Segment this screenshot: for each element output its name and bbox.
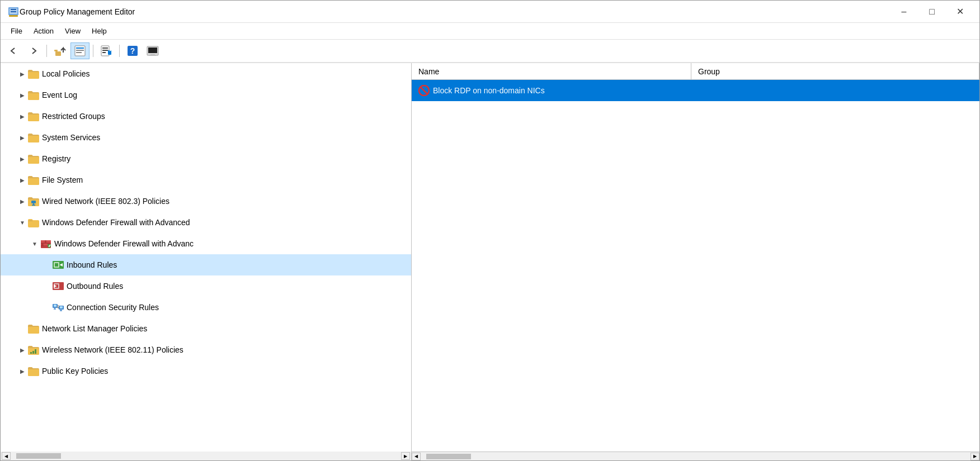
menu-help[interactable]: Help [86, 25, 112, 37]
tree-item-public-key-policies[interactable]: ▶ Public Key Policies [1, 360, 411, 382]
hscroll-thumb[interactable] [16, 453, 61, 459]
tree-item-wireless-network[interactable]: ▶ Wireless Network (IEEE 802.11) Policie… [1, 339, 411, 360]
folder-icon-registry [27, 153, 40, 165]
up-button[interactable] [50, 42, 69, 59]
label-file-system: File System [42, 175, 83, 184]
expander-wired-network[interactable]: ▶ [17, 196, 27, 206]
export-button[interactable] [97, 42, 116, 59]
properties-button[interactable] [70, 42, 89, 59]
expander-event-log[interactable]: ▶ [17, 90, 27, 100]
right-hscroll-thumb[interactable] [426, 454, 471, 459]
svg-rect-20 [150, 54, 155, 55]
forward-button[interactable] [24, 42, 43, 59]
right-hscroll[interactable]: ◀ ▶ [412, 452, 979, 460]
svg-rect-13 [102, 50, 108, 51]
svg-rect-53 [32, 351, 34, 354]
menu-bar: File Action View Help [1, 23, 979, 40]
hscroll-track [11, 453, 401, 459]
icon-inbound-rules [52, 259, 64, 271]
expander-restricted-groups[interactable]: ▶ [17, 111, 27, 121]
right-hscroll-right-arrow[interactable]: ▶ [970, 453, 979, 460]
tree-item-network-list-manager[interactable]: ▶ Network List Manager Policies [1, 318, 411, 339]
tree-item-restricted-groups[interactable]: ▶ Restricted Groups [1, 106, 411, 127]
tree-item-registry[interactable]: ▶ Registry [1, 148, 411, 169]
folder-icon-public-key-policies [27, 365, 40, 377]
tree-item-connection-security-rules[interactable]: ▶ [1, 297, 411, 318]
label-registry: Registry [42, 154, 70, 163]
svg-rect-3 [11, 9, 16, 10]
icon-outbound-rules [52, 280, 64, 292]
tree-item-outbound-rules[interactable]: ▶ Outbound Rules [1, 275, 411, 297]
svg-point-50 [58, 306, 59, 307]
label-windows-defender-sub: Windows Defender Firewall with Advanc [54, 239, 194, 248]
label-windows-defender: Windows Defender Firewall with Advanced [42, 218, 190, 227]
label-public-key-policies: Public Key Policies [42, 367, 108, 376]
menu-view[interactable]: View [59, 25, 86, 37]
title-bar: Group Policy Management Editor – □ ✕ [1, 1, 979, 23]
col-header-name: Name [412, 63, 691, 79]
folder-icon-network-list-manager [27, 322, 40, 335]
expander-registry[interactable]: ▶ [17, 154, 27, 164]
maximize-button[interactable]: □ [919, 3, 945, 20]
right-hscroll-left-arrow[interactable]: ◀ [412, 453, 421, 460]
toolbar-separator-1 [46, 45, 47, 57]
help-button[interactable]: ? [123, 42, 142, 59]
console-button[interactable] [143, 42, 162, 59]
close-button[interactable]: ✕ [947, 3, 973, 20]
tree-item-inbound-rules[interactable]: ▶ Inbound Rules [1, 254, 411, 275]
svg-rect-51 [58, 307, 59, 308]
tree-pane: ▶ Local Policies ▶ [1, 63, 412, 460]
svg-text:?: ? [130, 46, 135, 55]
col-header-group: Group [691, 63, 979, 79]
toolbar-separator-3 [119, 45, 120, 57]
tree-item-local-policies[interactable]: ▶ Local Policies [1, 63, 411, 84]
tree-item-windows-defender[interactable]: ▼ Windows Defender Firewall with Advance… [1, 212, 411, 233]
svg-rect-43 [54, 305, 56, 307]
svg-rect-12 [102, 47, 108, 49]
right-cell-name-block-rdp: Block RDP on non-domain NICs [412, 83, 691, 98]
main-window: Group Policy Management Editor – □ ✕ Fil… [0, 0, 980, 461]
tree-hscroll[interactable]: ◀ ▶ [1, 452, 412, 460]
hscroll-right-arrow[interactable]: ▶ [401, 452, 410, 460]
svg-rect-36 [55, 263, 58, 267]
folder-icon-restricted-groups [27, 110, 40, 122]
expander-windows-defender-sub[interactable]: ▼ [30, 239, 40, 249]
menu-file[interactable]: File [5, 25, 28, 37]
svg-rect-27 [46, 240, 51, 243]
label-network-list-manager: Network List Manager Policies [42, 324, 147, 333]
folder-icon-event-log [27, 89, 40, 101]
svg-rect-21 [149, 55, 156, 56]
svg-rect-6 [54, 50, 58, 51]
right-content[interactable]: Block RDP on non-domain NICs [412, 80, 979, 452]
right-row-block-rdp[interactable]: Block RDP on non-domain NICs [412, 80, 979, 101]
svg-rect-22 [31, 201, 36, 203]
expander-file-system[interactable]: ▶ [17, 175, 27, 185]
svg-rect-47 [60, 306, 63, 308]
label-inbound-rules: Inbound Rules [67, 260, 117, 269]
expander-public-key-policies[interactable]: ▶ [17, 366, 27, 376]
expander-windows-defender[interactable]: ▼ [17, 217, 27, 227]
window-title: Group Policy Management Editor [20, 7, 891, 16]
tree-item-file-system[interactable]: ▶ File System [1, 169, 411, 191]
svg-rect-54 [35, 349, 36, 354]
tree-item-wired-network[interactable]: ▶ Wired Network (IEEE 802.3) Policies [1, 191, 411, 212]
back-button[interactable] [4, 42, 23, 59]
icon-windows-defender-sub [40, 237, 52, 250]
expander-system-services[interactable]: ▶ [17, 132, 27, 142]
svg-rect-26 [41, 240, 45, 243]
expander-local-policies[interactable]: ▶ [17, 69, 27, 79]
svg-line-56 [421, 87, 427, 94]
hscroll-left-arrow[interactable]: ◀ [2, 452, 11, 460]
svg-rect-14 [102, 52, 106, 53]
label-system-services: System Services [42, 133, 100, 142]
label-connection-security-rules: Connection Security Rules [67, 303, 159, 312]
label-outbound-rules: Outbound Rules [67, 282, 123, 291]
tree-item-event-log[interactable]: ▶ Event Log [1, 84, 411, 106]
minimize-button[interactable]: – [891, 3, 917, 20]
tree-item-system-services[interactable]: ▶ System Services [1, 127, 411, 148]
svg-rect-4 [11, 11, 16, 12]
tree-item-windows-defender-sub[interactable]: ▼ [1, 233, 411, 254]
tree-scroll[interactable]: ▶ Local Policies ▶ [1, 63, 411, 452]
menu-action[interactable]: Action [28, 25, 59, 37]
expander-wireless-network[interactable]: ▶ [17, 345, 27, 355]
